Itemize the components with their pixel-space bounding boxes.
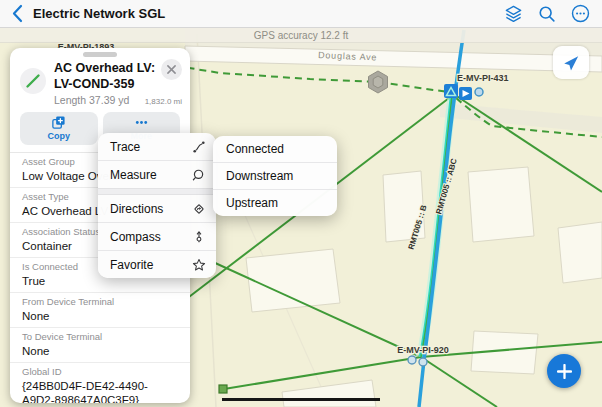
overflow-menu-button[interactable] xyxy=(571,4,590,23)
submenu-item-downstream[interactable]: Downstream xyxy=(213,162,337,189)
plus-icon xyxy=(557,364,572,379)
locate-me-button[interactable] xyxy=(553,46,589,79)
star-icon xyxy=(192,258,206,272)
app-window: E-MV-PI-1893 Douglas Ave E-MV-PI-431 RMT… xyxy=(0,0,602,407)
directions-icon xyxy=(192,202,206,216)
popup-header: AC Overhead LV: LV-COND-359 Length 37.39… xyxy=(10,58,190,106)
layers-icon xyxy=(504,4,523,23)
menu-item-directions[interactable]: Directions xyxy=(98,195,216,222)
submenu-item-label: Upstream xyxy=(226,196,278,210)
trace-submenu: Connected Downstream Upstream xyxy=(213,136,337,216)
gps-accuracy-text: GPS accuracy 12.2 ft xyxy=(254,30,349,41)
field-from-device-terminal: From Device Terminal None xyxy=(10,293,190,328)
menu-item-label: Favorite xyxy=(110,258,153,272)
menu-item-favorite[interactable]: Favorite xyxy=(98,250,216,278)
more-circle-icon xyxy=(571,4,590,23)
menu-item-measure[interactable]: Measure xyxy=(98,160,216,188)
building xyxy=(468,167,534,242)
building xyxy=(246,249,340,312)
building xyxy=(558,222,602,283)
layers-button[interactable] xyxy=(504,4,523,23)
line-endpoint-marker[interactable] xyxy=(219,385,227,393)
hexagon-marker[interactable] xyxy=(369,71,388,93)
copy-button-label: Copy xyxy=(48,131,71,141)
back-button[interactable] xyxy=(12,4,23,23)
nav-bar: Electric Network SGL xyxy=(0,0,602,28)
add-feature-button[interactable] xyxy=(547,354,581,388)
gps-accuracy-banner: GPS accuracy 12.2 ft xyxy=(0,28,602,43)
field-to-device-terminal: To Device Terminal None xyxy=(10,328,190,363)
close-icon xyxy=(167,65,176,74)
back-chevron-icon xyxy=(12,4,23,23)
menu-item-label: Compass xyxy=(110,230,161,244)
feature-distance: 1,832.0 mi xyxy=(145,97,182,106)
compass-icon xyxy=(192,230,206,244)
menu-item-compass[interactable]: Compass xyxy=(98,222,216,250)
feature-symbol-icon xyxy=(20,68,46,94)
submenu-item-label: Downstream xyxy=(226,169,293,183)
feature-length: Length 37.39 yd xyxy=(54,94,145,106)
map-label-pi431: E-MV-PI-431 xyxy=(457,73,509,83)
submenu-item-upstream[interactable]: Upstream xyxy=(213,189,337,216)
map-scale-bar xyxy=(222,398,380,401)
measure-icon xyxy=(192,168,206,182)
search-button[interactable] xyxy=(538,5,556,23)
menu-item-label: Trace xyxy=(110,140,140,154)
trace-icon xyxy=(192,140,206,154)
search-icon xyxy=(538,5,556,23)
ellipsis-icon xyxy=(134,115,149,130)
menu-item-label: Directions xyxy=(110,202,163,216)
copy-button[interactable]: Copy xyxy=(20,112,98,145)
copy-icon xyxy=(51,115,66,130)
menu-item-label: Measure xyxy=(110,168,157,182)
submenu-item-label: Connected xyxy=(226,142,284,156)
menu-separator xyxy=(98,188,216,195)
location-arrow-icon xyxy=(562,54,580,72)
map-title: Electric Network SGL xyxy=(33,6,165,21)
feature-title: AC Overhead LV: LV-COND-359 xyxy=(54,59,157,92)
drag-handle[interactable] xyxy=(83,52,117,57)
close-popup-button[interactable] xyxy=(161,59,182,80)
context-menu: Trace Measure xyxy=(98,133,216,278)
menu-item-trace[interactable]: Trace xyxy=(98,133,216,160)
field-global-id: Global ID {24BB0D4F-DE42-4490-A9D2-89864… xyxy=(10,363,190,403)
submenu-item-connected[interactable]: Connected xyxy=(213,136,337,162)
map-label-pi920: E-MV-PI-920 xyxy=(397,345,449,355)
